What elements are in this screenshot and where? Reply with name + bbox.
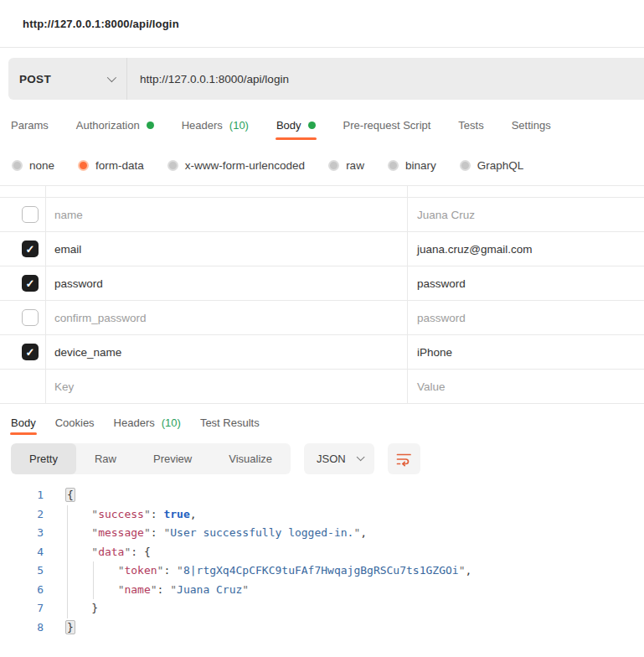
value-cell[interactable]: Juana Cruz [408,198,644,231]
row-checkbox-checked[interactable] [22,241,39,257]
table-row: KeyValue [0,370,644,404]
code-token: " [144,526,151,539]
value-cell[interactable]: iPhone [408,335,644,369]
checkbox-cell [0,232,46,266]
request-url-bar: POST http://127.0.0.1:8000/api/login [8,58,644,100]
code-token: " [242,583,249,596]
table-row: nameJuana Cruz [0,198,644,232]
row-checkbox-checked[interactable] [22,344,39,360]
code-line: 4 "data": { [0,543,644,562]
value-cell[interactable]: juana.cruz@gmail.com [408,232,644,266]
radio-icon [388,160,399,171]
key-cell[interactable]: email [46,232,408,266]
code-token: " [91,526,98,539]
request-tab-label: Settings [512,119,551,132]
code-token: : [151,508,164,520]
row-checkbox-unchecked[interactable] [22,309,39,326]
response-tab-test-results[interactable]: Test Results [200,416,260,429]
method-select[interactable]: POST [8,58,126,100]
body-type-label: form-data [95,159,144,172]
table-row: confirm_passwordpassword [0,301,644,335]
view-mode-pretty[interactable]: Pretty [11,443,76,474]
body-type-raw[interactable]: raw [328,159,364,172]
response-tab-cookies[interactable]: Cookies [55,416,95,429]
view-mode-raw[interactable]: Raw [76,443,135,474]
indent-guide [67,505,68,618]
row-checkbox-unchecked[interactable] [22,206,39,223]
view-mode-visualize[interactable]: Visualize [210,443,291,474]
response-body-pretty[interactable]: 1{2 "success": true,3 "message": "User s… [0,486,644,637]
request-tab-label: Tests [458,119,483,132]
line-number: 4 [0,543,44,562]
code-line-content: "message": "User successfully logged-in.… [65,524,367,543]
body-type-binary[interactable]: binary [388,159,436,172]
request-tab-label: Headers [182,119,223,132]
view-mode-preview[interactable]: Preview [135,443,210,474]
code-line: 7 } [0,599,644,618]
checkbox-cell [0,370,46,403]
format-label: JSON [317,453,346,465]
code-token: message [98,526,144,539]
key-cell[interactable]: device_name [46,335,408,369]
line-number: 5 [0,561,44,581]
key-cell[interactable]: confirm_password [46,301,408,334]
body-type-graphql[interactable]: GraphQL [460,159,524,172]
code-token: " [91,508,98,520]
request-tab-params[interactable]: Params [11,119,49,132]
code-line: 2 "success": true, [0,505,644,525]
body-type-label: binary [405,159,436,172]
body-type-form-data[interactable]: form-data [78,159,144,172]
key-text: password [54,277,103,290]
code-token: 8|rtgXq4CpCFKC9tuFAf7HwqajgBgRSCu7ts1GZG… [183,564,459,577]
view-mode-label: Pretty [29,453,58,465]
response-tab-headers[interactable]: Headers(10) [114,416,181,429]
key-cell[interactable]: Key [46,370,408,403]
request-tab-label: Pre-request Script [343,119,431,132]
code-line: 1{ [0,486,644,505]
value-cell[interactable]: password [408,301,644,334]
table-row: passwordpassword [0,266,644,301]
request-tab-headers[interactable]: Headers(10) [182,119,249,132]
view-mode-label: Raw [95,453,116,465]
code-token [65,583,118,596]
code-token: : [157,583,171,596]
request-tab-authorization[interactable]: Authorization [76,119,154,132]
code-line: 3 "message": "User successfully logged-i… [0,524,644,543]
body-type-label: none [29,159,54,172]
key-cell[interactable]: password [46,266,408,300]
request-tab-tests[interactable]: Tests [458,119,483,132]
code-token: , [190,508,197,520]
code-line-content: } [65,599,98,618]
response-tab-label: Headers [114,416,155,429]
url-input[interactable]: http://127.0.0.1:8000/api/login [127,73,644,85]
row-checkbox-checked[interactable] [22,275,39,292]
code-token: token [124,564,157,577]
response-tab-label: Test Results [200,416,260,429]
radio-icon [167,160,178,171]
code-token: success [98,508,144,520]
code-line: 5 "token": "8|rtgXq4CpCFKC9tuFAf7HwqajgB… [0,561,644,581]
code-token: : [151,526,164,539]
request-tab-pre-request-script[interactable]: Pre-request Script [343,119,431,132]
indent-guide [93,561,94,599]
request-tab-body[interactable]: Body [276,119,316,132]
code-token [65,602,91,614]
value-cell[interactable]: Value [408,370,644,403]
request-tab-label: Body [276,119,301,132]
body-type-none[interactable]: none [12,159,54,172]
code-line: 6 "name": "Juana Cruz" [0,581,644,600]
value-cell[interactable]: password [408,266,644,300]
response-tab-body[interactable]: Body [11,416,36,429]
response-format-select[interactable]: JSON [304,443,374,474]
code-token: : [163,564,177,577]
wrap-text-button[interactable] [388,443,420,474]
method-label: POST [19,73,51,85]
checkbox-cell [0,301,46,334]
body-type-x-www-form-urlencoded[interactable]: x-www-form-urlencoded [167,159,305,172]
request-tab-settings[interactable]: Settings [512,119,551,132]
key-text: device_name [54,346,121,359]
key-cell[interactable]: name [46,198,408,231]
line-number: 6 [0,581,44,600]
code-token: data [98,546,124,558]
value-text: iPhone [417,346,452,359]
